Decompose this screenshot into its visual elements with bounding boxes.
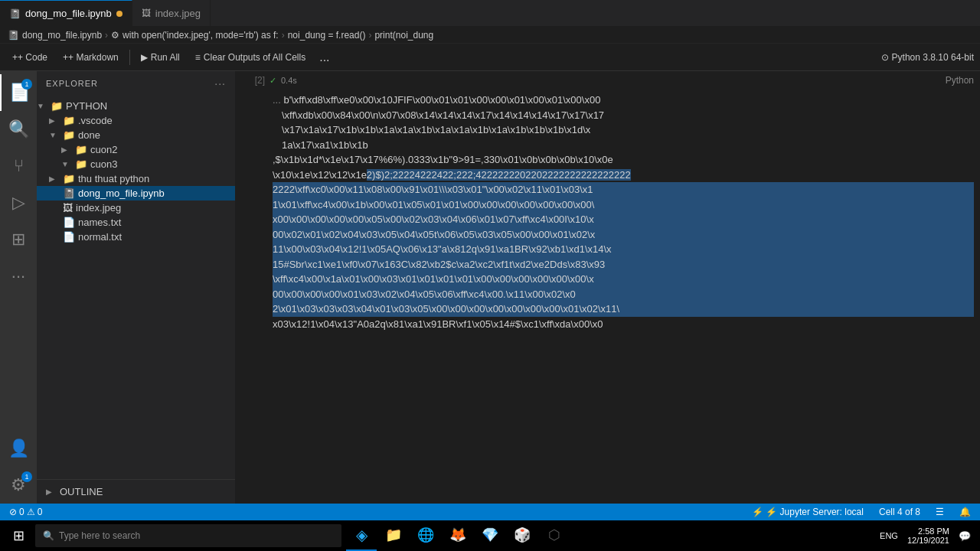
cell-position[interactable]: Cell 4 of 8 xyxy=(876,507,923,517)
run-debug-icon[interactable]: ▷ xyxy=(0,184,37,221)
toolbar-right: ⊙ Python 3.8.10 64-bit xyxy=(881,52,974,63)
toolbar-separator xyxy=(129,50,130,65)
start-button[interactable]: ⊞ xyxy=(3,520,34,551)
more-actions-button[interactable]: ... xyxy=(315,48,334,67)
tree-item-normal[interactable]: 📄 normal.txt xyxy=(37,230,235,244)
chevron-right-icon: ▶ xyxy=(46,487,57,496)
output-line-14: 00\x00\x00\x00\x01\x03\x02\x04\x05\x06\x… xyxy=(273,287,974,302)
taskbar-clock[interactable]: 2:58 PM 12/19/2021 xyxy=(903,527,954,545)
warning-icon: ⚠ xyxy=(27,507,35,517)
status-goto-cell-icon[interactable]: ☰ xyxy=(933,507,947,517)
taskbar-notification-icon[interactable]: 💬 xyxy=(956,530,974,542)
output-line-12: 15#Sbr\xc1\xe1\xf0\x07\x163C\x82\xb2$c\x… xyxy=(273,257,974,272)
clear-outputs-label: Clear Outputs of All Cells xyxy=(204,52,305,63)
tree-item-vscode[interactable]: ▶ 📁 .vscode xyxy=(37,113,235,128)
folder-icon: 📁 xyxy=(63,129,75,141)
item-label: thu thuat python xyxy=(78,173,149,184)
app5-icon: 💎 xyxy=(482,527,498,543)
markdown-label: + Markdown xyxy=(68,52,119,63)
notebook-toolbar: + + Code + + Markdown ▶ Run All ≡ Clear … xyxy=(0,44,980,71)
modified-dot xyxy=(116,11,122,17)
output-line-8: 1\x01\xff\xc4\x00\x1b\x00\x01\x05\x01\x0… xyxy=(273,197,974,213)
file-tree: ▼ 📁 PYTHON ▶ 📁 .vscode ▼ 📁 done ▶ 📁 cuon… xyxy=(37,96,235,247)
explorer-more-icon[interactable]: ··· xyxy=(214,77,226,90)
run-all-button[interactable]: ▶ Run All xyxy=(135,50,186,65)
tree-item-cuon2[interactable]: ▶ 📁 cuon2 xyxy=(37,142,235,157)
jupyter-icon: ⚡ xyxy=(752,507,763,517)
ellipsis-icon: ... xyxy=(319,51,329,64)
explorer-app-icon: 📁 xyxy=(385,527,402,543)
ellipsis-sidebar-icon[interactable]: ··· xyxy=(0,258,37,295)
explorer-icon[interactable]: 📄 1 xyxy=(0,74,37,111)
jupyter-label: ⚡ Jupyter Server: local xyxy=(766,507,864,517)
output-line-2: \xff\xdb\x00\x84\x00\n\x07\x08\x14\x14\x… xyxy=(273,108,974,123)
add-code-button[interactable]: + + Code xyxy=(6,50,54,65)
explorer-panel: EXPLORER ··· ▼ 📁 PYTHON ▶ 📁 .vscode ▼ 📁 … xyxy=(37,71,236,504)
plus-icon-md: + xyxy=(63,52,68,63)
item-label: normal.txt xyxy=(78,231,122,243)
source-control-icon[interactable]: ⑂ xyxy=(0,148,37,184)
add-markdown-button[interactable]: + + Markdown xyxy=(57,50,125,65)
list-icon: ☰ xyxy=(936,507,944,517)
taskbar-vscode[interactable]: ◈ xyxy=(346,520,377,551)
tab-index-jpeg[interactable]: 🖼 index.jpeg xyxy=(132,0,211,27)
bc-last[interactable]: print(noi_dung xyxy=(374,30,433,41)
output-line-dots: ... b'\xff\xd8\xff\xe0\x00\x10JFIF\x00\x… xyxy=(273,93,974,108)
text-file-icon: 📄 xyxy=(63,217,75,228)
clear-icon: ≡ xyxy=(195,52,201,63)
jupyter-server-status[interactable]: ⚡ ⚡ Jupyter Server: local xyxy=(749,507,867,517)
taskbar-search-placeholder: Type here to search xyxy=(59,530,140,541)
explorer-header: EXPLORER ··· xyxy=(37,71,235,96)
output-line-15: 2\x01\x03\x03\x03\x04\x01\x03\x05\x00\x0… xyxy=(273,302,974,317)
folder-icon: 📁 xyxy=(51,100,63,112)
bc-path[interactable]: with open('index.jpeg', mode='rb') as f: xyxy=(122,30,279,41)
taskbar-explorer[interactable]: 📁 xyxy=(378,520,409,551)
extensions-icon[interactable]: ⊞ xyxy=(0,221,37,258)
bc-next[interactable]: noi_dung = f.read() xyxy=(288,30,366,41)
tree-root-python[interactable]: ▼ 📁 PYTHON xyxy=(37,99,235,113)
taskbar: ⊞ 🔍 Type here to search ◈ 📁 🌐 🦊 💎 🎲 ⬡ EN… xyxy=(0,520,980,551)
taskbar-app6[interactable]: 🎲 xyxy=(507,520,537,551)
tab-label-dong-mo: dong_mo_file.ipynb xyxy=(25,8,112,19)
tree-item-thu-thuat[interactable]: ▶ 📁 thu thuat python xyxy=(37,171,235,186)
taskbar-firefox[interactable]: 🦊 xyxy=(443,520,473,551)
status-errors[interactable]: ⊘ 0 ⚠ 0 xyxy=(6,507,45,517)
edge-icon: 🌐 xyxy=(417,527,434,543)
taskbar-right: ENG 2:58 PM 12/19/2021 💬 xyxy=(877,527,977,545)
notif-icon: 💬 xyxy=(959,530,971,542)
tree-item-names[interactable]: 📄 names.txt xyxy=(37,215,235,230)
tree-item-done[interactable]: ▼ 📁 done xyxy=(37,128,235,142)
vscode-icon: ◈ xyxy=(356,526,368,544)
settings-icon[interactable]: ⚙ 1 xyxy=(0,467,37,504)
tree-item-notebook[interactable]: 📓 dong_mo_file.ipynb xyxy=(37,186,235,201)
output-line-6: \x10\x1e\x12\x12\x1e2)$)2;22224222422;22… xyxy=(273,168,974,183)
taskbar-edge[interactable]: 🌐 xyxy=(410,520,441,551)
taskbar-app7[interactable]: ⬡ xyxy=(539,520,570,551)
bc-file-icon: 📓 xyxy=(8,30,19,41)
chevron-down-icon: ▼ xyxy=(61,160,72,168)
taskbar-lang[interactable]: ENG xyxy=(877,531,901,540)
taskbar-search-bar[interactable]: 🔍 Type here to search xyxy=(35,524,341,547)
outline-section[interactable]: ▶ OUTLINE xyxy=(46,484,226,499)
chevron-down-icon: ▼ xyxy=(37,102,47,110)
clear-outputs-button[interactable]: ≡ Clear Outputs of All Cells xyxy=(189,50,312,65)
output-line-7: 2222\xff\xc0\x00\x11\x08\x00\x91\x01\\\x… xyxy=(273,182,974,197)
taskbar-app5[interactable]: 💎 xyxy=(475,520,505,551)
chevron-right-icon: ▶ xyxy=(49,174,60,183)
folder-icon: 📁 xyxy=(63,173,75,184)
badge-count: 1 xyxy=(21,79,32,90)
tree-item-image[interactable]: 🖼 index.jpeg xyxy=(37,201,235,215)
lang-label: ENG xyxy=(880,531,898,540)
item-label: index.jpeg xyxy=(76,202,121,214)
tab-dong-mo-file[interactable]: 📓 dong_mo_file.ipynb xyxy=(0,0,132,27)
main-area: 📄 1 🔍 ⑂ ▷ ⊞ ··· 👤 ⚙ 1 E xyxy=(0,71,980,504)
item-label: names.txt xyxy=(78,217,121,228)
status-notification[interactable]: 🔔 xyxy=(956,507,974,517)
account-icon[interactable]: 👤 xyxy=(0,430,37,467)
bc-file[interactable]: dong_mo_file.ipynb xyxy=(22,30,102,41)
tree-item-cuon3[interactable]: ▼ 📁 cuon3 xyxy=(37,157,235,171)
kernel-info[interactable]: ⊙ Python 3.8.10 64-bit xyxy=(881,52,974,63)
cell-output[interactable]: ... b'\xff\xd8\xff\xe0\x00\x10JFIF\x00\x… xyxy=(236,90,980,504)
search-icon[interactable]: 🔍 xyxy=(0,111,37,148)
tab-label-index: index.jpeg xyxy=(155,8,201,19)
